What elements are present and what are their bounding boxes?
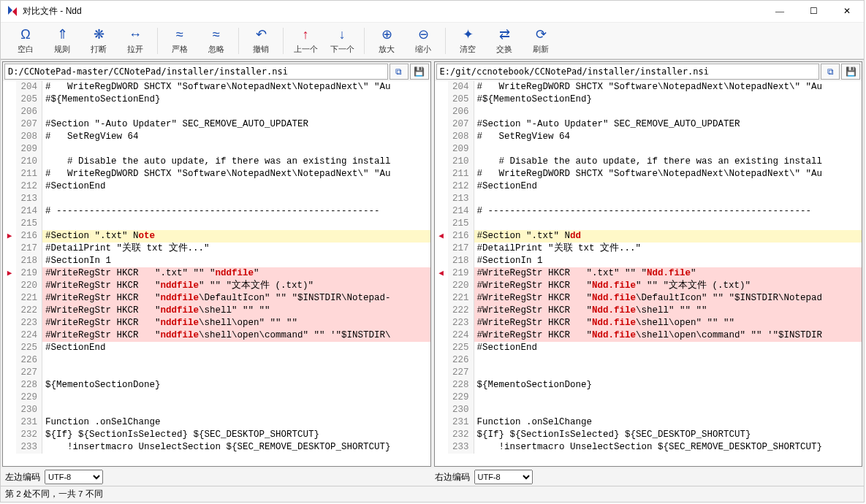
- ignore-btn[interactable]: ≈忽略: [199, 24, 234, 58]
- code-line[interactable]: 224#WriteRegStr HKCR "Ndd.file\shell\ope…: [435, 329, 862, 342]
- refresh-btn[interactable]: ⟳刷新: [523, 24, 558, 58]
- line-text: # SetRegView 64: [42, 131, 430, 143]
- right-code-view[interactable]: 204# WriteRegDWORD SHCTX "Software\Notep…: [435, 81, 862, 466]
- code-line[interactable]: ▶219#WriteRegStr HKCR ".txt" "" "nddfile…: [3, 267, 430, 280]
- code-line[interactable]: 210 # Disable the auto update, if there …: [435, 156, 862, 168]
- zoomin-btn[interactable]: ⊕放大: [369, 24, 404, 58]
- line-text: # WriteRegDWORD SHCTX "Software\NotepadN…: [42, 168, 430, 180]
- code-line[interactable]: 226: [435, 354, 862, 367]
- next-btn[interactable]: ↓下一个: [324, 24, 360, 58]
- prev-btn[interactable]: ↑上一个: [288, 24, 323, 58]
- right-path-input[interactable]: [436, 64, 820, 80]
- code-line[interactable]: 215: [3, 218, 430, 230]
- code-line[interactable]: 213: [3, 193, 430, 205]
- code-line[interactable]: 231Function .onSelChange: [435, 416, 862, 429]
- line-number: 218: [448, 255, 474, 267]
- code-line[interactable]: 228${MementoSectionDone}: [435, 379, 862, 392]
- code-line[interactable]: 227: [3, 367, 430, 379]
- code-line[interactable]: 210 # Disable the auto update, if there …: [3, 156, 430, 168]
- line-text: #WriteRegStr HKCR "nddfile" "" "文本文件 (.t…: [42, 280, 430, 292]
- code-line[interactable]: 214# -----------------------------------…: [3, 205, 430, 218]
- code-line[interactable]: 231Function .onSelChange: [3, 416, 430, 429]
- code-line[interactable]: 215: [435, 218, 862, 230]
- right-save-button[interactable]: 💾: [841, 64, 860, 80]
- code-line[interactable]: 228${MementoSectionDone}: [3, 379, 430, 392]
- code-line[interactable]: 222#WriteRegStr HKCR "Ndd.file\shell" ""…: [435, 305, 862, 317]
- code-line[interactable]: 204# WriteRegDWORD SHCTX "Software\Notep…: [435, 81, 862, 93]
- code-line[interactable]: 233 !insertmacro UnselectSection ${SEC_R…: [3, 441, 430, 454]
- code-line[interactable]: 204# WriteRegDWORD SHCTX "Software\Notep…: [3, 81, 430, 93]
- code-line[interactable]: 218#SectionIn 1: [3, 255, 430, 267]
- code-line[interactable]: 207#Section "-Auto Updater" SEC_REMOVE_A…: [3, 118, 430, 131]
- left-path-input[interactable]: [4, 64, 388, 80]
- code-line[interactable]: 205#${MementoSectionEnd}: [3, 93, 430, 106]
- line-text: # WriteRegDWORD SHCTX "Software\NotepadN…: [474, 81, 862, 93]
- line-text: #SectionEnd: [42, 180, 430, 193]
- gutter: [435, 180, 448, 193]
- line-number: 216: [448, 230, 474, 243]
- code-line[interactable]: 208# SetRegView 64: [3, 131, 430, 143]
- code-line[interactable]: 208# SetRegView 64: [435, 131, 862, 143]
- code-line[interactable]: 213: [435, 193, 862, 205]
- code-line[interactable]: 207#Section "-Auto Updater" SEC_REMOVE_A…: [435, 118, 862, 131]
- code-line[interactable]: 227: [435, 367, 862, 379]
- code-line[interactable]: 225#SectionEnd: [3, 342, 430, 354]
- code-line[interactable]: 221#WriteRegStr HKCR "nddfile\DefaultIco…: [3, 292, 430, 305]
- code-line[interactable]: 229: [3, 392, 430, 404]
- code-line[interactable]: 232${If} ${SectionIsSelected} ${SEC_DESK…: [3, 429, 430, 441]
- right-encoding-select[interactable]: UTF-8: [474, 470, 533, 484]
- swap-btn[interactable]: ⇄交换: [487, 24, 522, 58]
- code-line[interactable]: 221#WriteRegStr HKCR "Ndd.file\DefaultIc…: [435, 292, 862, 305]
- code-line[interactable]: 206: [3, 106, 430, 118]
- code-line[interactable]: 217#DetailPrint "关联 txt 文件...": [435, 243, 862, 255]
- code-line[interactable]: ◀219#WriteRegStr HKCR ".txt" "" "Ndd.fil…: [435, 267, 862, 280]
- left-copy-button[interactable]: ⧉: [390, 64, 409, 80]
- code-line[interactable]: 214# -----------------------------------…: [435, 205, 862, 218]
- whitespace-btn[interactable]: Ω空白: [8, 24, 43, 58]
- code-line[interactable]: ▶216#Section ".txt" Note: [3, 230, 430, 243]
- gutter: [435, 317, 448, 329]
- code-line[interactable]: 233 !insertmacro UnselectSection ${SEC_R…: [435, 441, 862, 454]
- code-line[interactable]: 220#WriteRegStr HKCR "Ndd.file" "" "文本文件…: [435, 280, 862, 292]
- maximize-button[interactable]: ☐: [797, 1, 830, 23]
- code-line[interactable]: 225#SectionEnd: [435, 342, 862, 354]
- code-line[interactable]: 212#SectionEnd: [3, 180, 430, 193]
- strict-btn[interactable]: ≈严格: [162, 24, 197, 58]
- code-line[interactable]: 224#WriteRegStr HKCR "nddfile\shell\open…: [3, 329, 430, 342]
- code-line[interactable]: ◀216#Section ".txt" Ndd: [435, 230, 862, 243]
- code-line[interactable]: 209: [435, 143, 862, 156]
- code-line[interactable]: 223#WriteRegStr HKCR "nddfile\shell\open…: [3, 317, 430, 329]
- right-copy-button[interactable]: ⧉: [821, 64, 840, 80]
- code-line[interactable]: 218#SectionIn 1: [435, 255, 862, 267]
- line-number: 223: [16, 317, 42, 329]
- code-line[interactable]: 226: [3, 354, 430, 367]
- code-line[interactable]: 222#WriteRegStr HKCR "nddfile\shell" "" …: [3, 305, 430, 317]
- undo-btn[interactable]: ↶撤销: [243, 24, 278, 58]
- left-code-view[interactable]: 204# WriteRegDWORD SHCTX "Software\Notep…: [3, 81, 430, 466]
- minimize-button[interactable]: —: [763, 1, 797, 23]
- expand-btn[interactable]: ↔拉开: [118, 24, 153, 58]
- code-line[interactable]: 230: [435, 404, 862, 416]
- close-button[interactable]: ✕: [830, 1, 864, 23]
- code-line[interactable]: 211# WriteRegDWORD SHCTX "Software\Notep…: [3, 168, 430, 180]
- rule-btn[interactable]: ⇑规则: [45, 24, 80, 58]
- code-line[interactable]: 211# WriteRegDWORD SHCTX "Software\Notep…: [435, 168, 862, 180]
- code-line[interactable]: 205#${MementoSectionEnd}: [435, 93, 862, 106]
- line-number: 233: [448, 441, 474, 454]
- code-line[interactable]: 217#DetailPrint "关联 txt 文件...": [3, 243, 430, 255]
- code-line[interactable]: 232${If} ${SectionIsSelected} ${SEC_DESK…: [435, 429, 862, 441]
- line-number: 221: [448, 292, 474, 305]
- left-encoding-select[interactable]: UTF-8: [45, 470, 103, 484]
- code-line[interactable]: 223#WriteRegStr HKCR "Ndd.file\shell\ope…: [435, 317, 862, 329]
- code-line[interactable]: 229: [435, 392, 862, 404]
- gutter: [435, 280, 448, 292]
- break-btn[interactable]: ❋打断: [81, 24, 116, 58]
- code-line[interactable]: 209: [3, 143, 430, 156]
- zoomout-btn[interactable]: ⊖缩小: [406, 24, 441, 58]
- code-line[interactable]: 220#WriteRegStr HKCR "nddfile" "" "文本文件 …: [3, 280, 430, 292]
- code-line[interactable]: 206: [435, 106, 862, 118]
- left-save-button[interactable]: 💾: [410, 64, 429, 80]
- code-line[interactable]: 212#SectionEnd: [435, 180, 862, 193]
- clear-btn[interactable]: ✦清空: [450, 24, 485, 58]
- code-line[interactable]: 230: [3, 404, 430, 416]
